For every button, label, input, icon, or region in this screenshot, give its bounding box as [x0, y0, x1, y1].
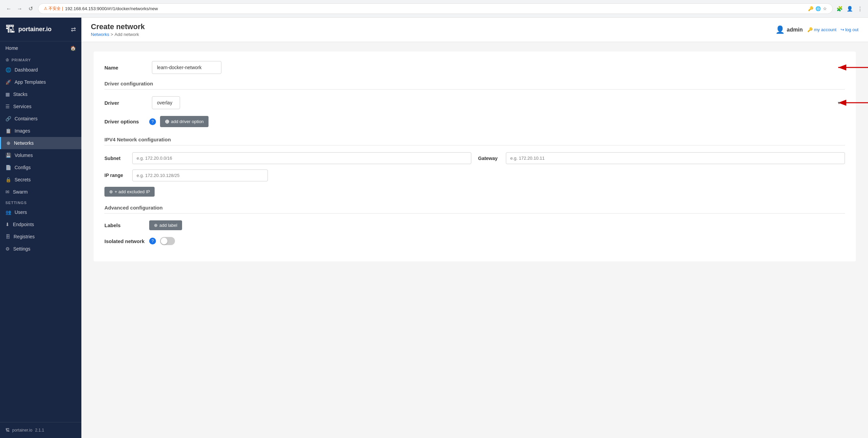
ipv4-section-title: IPV4 Network configuration — [104, 137, 845, 142]
sidebar-item-containers[interactable]: 🔗 Containers — [0, 113, 81, 125]
back-button[interactable]: ← — [4, 4, 14, 14]
volumes-label: Volumes — [15, 153, 33, 158]
advanced-title: Advanced configuration — [104, 205, 845, 211]
ip-range-row: IP range — [104, 170, 845, 181]
add-driver-option-button[interactable]: ⊕ add driver option — [160, 116, 209, 127]
app-templates-icon: 🚀 — [5, 79, 11, 85]
dashboard-icon: 🌐 — [5, 67, 11, 73]
ip-range-input[interactable] — [132, 170, 268, 181]
portainer-logo-text: portainer.io — [18, 26, 52, 33]
sidebar-item-networks[interactable]: ⊕ Networks — [0, 137, 81, 149]
driver-select[interactable]: overlay bridge host none macvlan — [152, 96, 180, 109]
browser-chrome: ← → ↺ ⚠ 不安全 | 192.168.64.153:9000/#!/1/d… — [0, 0, 868, 18]
star-icon: ☆ — [823, 6, 827, 11]
configs-label: Configs — [15, 165, 31, 170]
add-label-plus: ⊕ — [154, 223, 158, 228]
volumes-icon: 💾 — [5, 153, 11, 158]
gateway-input[interactable] — [506, 152, 845, 164]
advanced-section: Advanced configuration Labels ⊕ add labe… — [104, 205, 845, 245]
add-excluded-ip-label: + add excluded IP — [115, 189, 150, 194]
driver-options-help-icon[interactable]: ? — [149, 118, 156, 125]
networks-icon: ⊕ — [6, 140, 11, 146]
breadcrumb-separator: > — [111, 32, 113, 37]
header-left: Create network Networks > Add network — [91, 22, 145, 37]
driver-arrow-annotation — [835, 96, 868, 109]
ipv4-divider — [104, 145, 845, 145]
endpoints-label: Endpoints — [13, 222, 34, 227]
gateway-label: Gateway — [478, 156, 502, 161]
networks-label: Networks — [14, 140, 34, 146]
sidebar-item-settings[interactable]: ⚙ Settings — [0, 243, 81, 255]
registries-label: Registries — [14, 234, 35, 239]
isolated-network-help-icon[interactable]: ? — [149, 238, 156, 244]
user-info: 👤 admin — [775, 25, 803, 34]
endpoints-icon: ⬇ — [5, 222, 9, 227]
ipv4-section: IPV4 Network configuration Subnet Gatewa… — [104, 137, 845, 197]
extensions-icon[interactable]: 🧩 — [835, 5, 844, 13]
sidebar-item-configs[interactable]: 📄 Configs — [0, 161, 81, 174]
isolated-network-label: Isolated network — [104, 238, 145, 244]
sidebar: 🏗 portainer.io ⇄ Home 🏠 ♔ PRIMARY 🌐 Dash… — [0, 18, 81, 438]
add-excluded-ip-plus: ⊕ — [109, 189, 113, 194]
labels-row: Labels ⊕ add label — [104, 220, 845, 230]
add-label-button[interactable]: ⊕ add label — [149, 220, 182, 230]
name-input[interactable] — [152, 61, 221, 74]
sidebar-item-images[interactable]: 📋 Images — [0, 125, 81, 137]
sidebar-collapse-icon[interactable]: ⇄ — [71, 26, 76, 33]
secrets-icon: 🔒 — [5, 177, 11, 182]
my-account-link[interactable]: 🔑 my account — [807, 27, 836, 32]
add-excluded-ip-button[interactable]: ⊕ + add excluded IP — [104, 187, 155, 197]
stacks-label: Stacks — [13, 92, 27, 97]
stacks-icon: ▦ — [5, 92, 10, 97]
breadcrumb-networks-link[interactable]: Networks — [91, 32, 109, 37]
sidebar-item-dashboard[interactable]: 🌐 Dashboard — [0, 64, 81, 76]
isolated-network-toggle[interactable] — [160, 237, 175, 245]
sidebar-item-swarm[interactable]: ✉ Swarm — [0, 186, 81, 198]
menu-icon[interactable]: ⋮ — [856, 5, 864, 13]
driver-config-title: Driver configuration — [104, 81, 845, 86]
driver-config-section: Driver configuration Driver overlay brid… — [104, 81, 845, 127]
sidebar-item-volumes[interactable]: 💾 Volumes — [0, 149, 81, 161]
sidebar-item-users[interactable]: 👥 Users — [0, 206, 81, 218]
sidebar-item-endpoints[interactable]: ⬇ Endpoints — [0, 218, 81, 231]
footer-logo-icon: 🏗 — [5, 428, 9, 433]
gateway-group: Gateway — [478, 152, 845, 164]
images-label: Images — [15, 128, 30, 134]
sidebar-item-secrets[interactable]: 🔒 Secrets — [0, 174, 81, 186]
reload-button[interactable]: ↺ — [26, 4, 35, 14]
secrets-label: Secrets — [15, 177, 31, 182]
logout-icon: ↪ — [841, 27, 844, 32]
sidebar-item-app-templates[interactable]: 🚀 App Templates — [0, 76, 81, 88]
user-avatar-icon: 👤 — [775, 25, 785, 34]
services-icon: ☰ — [5, 104, 10, 109]
sidebar-home-item[interactable]: Home 🏠 — [0, 41, 81, 55]
driver-row: Driver overlay bridge host none macvlan — [104, 96, 845, 109]
driver-config-divider — [104, 89, 845, 89]
labels-label: Labels — [104, 222, 145, 228]
sidebar-item-services[interactable]: ☰ Services — [0, 100, 81, 113]
driver-label: Driver — [104, 100, 145, 106]
home-label: Home — [5, 45, 18, 51]
sidebar-item-stacks[interactable]: ▦ Stacks — [0, 88, 81, 100]
isolated-network-row: Isolated network ? — [104, 237, 845, 245]
name-arrow-annotation — [835, 61, 868, 74]
footer-logo-text: portainer.io — [12, 428, 32, 433]
forward-button[interactable]: → — [15, 4, 24, 14]
add-driver-option-label: add driver option — [171, 119, 204, 124]
breadcrumb-current: Add network — [115, 32, 139, 37]
sidebar-logo: 🏗 portainer.io ⇄ — [0, 18, 81, 41]
name-row: Name — [104, 61, 845, 74]
app-templates-label: App Templates — [15, 79, 46, 85]
log-out-link[interactable]: ↪ log out — [841, 27, 859, 32]
primary-section-label: ♔ PRIMARY — [0, 55, 81, 64]
address-bar[interactable]: ⚠ 不安全 | 192.168.64.153:9000/#!/1/docker/… — [38, 3, 833, 14]
sidebar-item-registries[interactable]: 🗄 Registries — [0, 231, 81, 243]
ip-range-label: IP range — [104, 172, 128, 178]
subnet-input[interactable] — [132, 152, 471, 164]
containers-icon: 🔗 — [5, 116, 11, 121]
header-links: 🔑 my account ↪ log out — [807, 27, 859, 32]
nav-buttons: ← → ↺ — [4, 4, 35, 14]
driver-select-wrapper: overlay bridge host none macvlan — [152, 96, 845, 109]
browser-actions: 🧩 👤 ⋮ — [835, 5, 864, 13]
profile-icon[interactable]: 👤 — [846, 5, 854, 13]
